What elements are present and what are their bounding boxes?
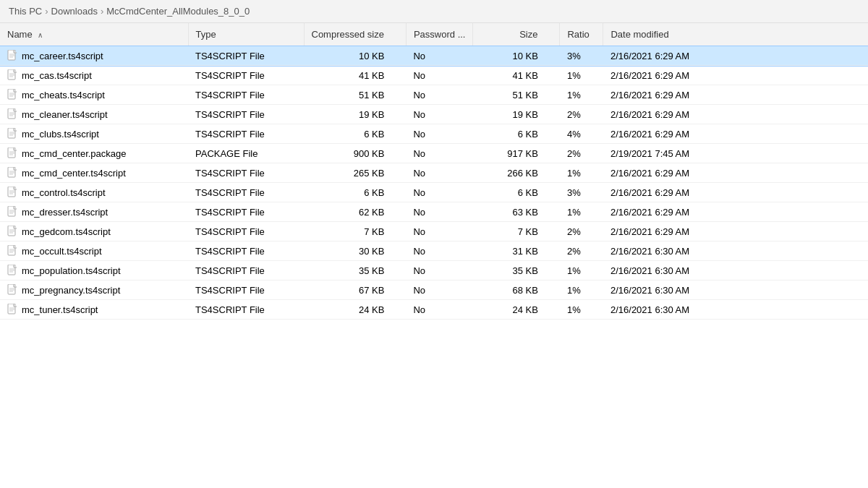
file-icon [7, 89, 17, 100]
file-compressed-size-cell: 6 KB [304, 124, 406, 144]
file-compressed-size-cell: 67 KB [304, 281, 406, 300]
file-compressed-size-cell: 7 KB [304, 222, 406, 241]
table-row[interactable]: mc_cheats.ts4script TS4SCRIPT File51 KBN… [0, 85, 868, 105]
file-type-cell: TS4SCRIPT File [188, 300, 304, 320]
file-icon [7, 167, 17, 179]
file-name-text: mc_pregnancy.ts4script [22, 285, 120, 296]
file-size-cell: 68 KB [473, 281, 560, 300]
table-row[interactable]: mc_pregnancy.ts4script TS4SCRIPT File67 … [0, 281, 868, 300]
breadcrumb-sep-2: › [101, 6, 103, 17]
file-date-cell: 2/16/2021 6:29 AM [603, 46, 868, 66]
file-name-text: mc_clubs.ts4script [22, 129, 99, 140]
file-icon [7, 304, 17, 315]
breadcrumb-downloads[interactable]: Downloads [51, 6, 98, 17]
file-password-cell: No [406, 183, 473, 202]
table-row[interactable]: mc_cas.ts4script TS4SCRIPT File41 KBNo41… [0, 66, 868, 85]
file-name-cell: mc_population.ts4script [0, 261, 188, 281]
file-ratio-cell: 2% [560, 222, 603, 241]
file-size-cell: 7 KB [473, 222, 560, 241]
table-row[interactable]: mc_tuner.ts4script TS4SCRIPT File24 KBNo… [0, 300, 868, 320]
file-ratio-cell: 1% [560, 85, 603, 105]
file-name-cell: mc_pregnancy.ts4script [0, 281, 188, 300]
file-compressed-size-cell: 6 KB [304, 183, 406, 202]
column-header-size[interactable]: Size [473, 23, 560, 46]
sort-arrow-name: ∧ [38, 31, 43, 39]
file-compressed-size-cell: 51 KB [304, 85, 406, 105]
table-row[interactable]: mc_career.ts4script TS4SCRIPT File10 KBN… [0, 46, 868, 66]
file-ratio-cell: 1% [560, 281, 603, 300]
file-date-cell: 2/16/2021 6:29 AM [603, 124, 868, 144]
file-password-cell: No [406, 144, 473, 163]
table-row[interactable]: mc_occult.ts4script TS4SCRIPT File30 KBN… [0, 241, 868, 261]
file-name-text: mc_control.ts4script [22, 187, 106, 198]
table-row[interactable]: mc_population.ts4script TS4SCRIPT File35… [0, 261, 868, 281]
file-date-cell: 2/19/2021 7:45 AM [603, 144, 868, 163]
file-size-cell: 24 KB [473, 300, 560, 320]
file-icon [7, 226, 17, 237]
column-header-name[interactable]: Name ∧ [0, 23, 188, 46]
file-password-cell: No [406, 124, 473, 144]
table-row[interactable]: mc_cmd_center.ts4script TS4SCRIPT File26… [0, 163, 868, 183]
file-name-text: mc_cheats.ts4script [22, 90, 105, 100]
column-header-password[interactable]: Password ... [406, 23, 473, 46]
file-type-cell: TS4SCRIPT File [188, 66, 304, 85]
table-row[interactable]: mc_cleaner.ts4script TS4SCRIPT File19 KB… [0, 105, 868, 124]
file-ratio-cell: 3% [560, 46, 603, 66]
file-compressed-size-cell: 35 KB [304, 261, 406, 281]
file-ratio-cell: 3% [560, 183, 603, 202]
file-type-cell: TS4SCRIPT File [188, 281, 304, 300]
table-row[interactable]: mc_control.ts4script TS4SCRIPT File6 KBN… [0, 183, 868, 202]
file-ratio-cell: 1% [560, 202, 603, 222]
breadcrumb-sep-1: › [45, 6, 48, 17]
file-icon [7, 128, 17, 140]
file-name-cell: mc_gedcom.ts4script [0, 222, 188, 241]
file-icon [7, 187, 17, 198]
table-row[interactable]: mc_clubs.ts4script TS4SCRIPT File6 KBNo6… [0, 124, 868, 144]
file-type-cell: TS4SCRIPT File [188, 85, 304, 105]
file-type-cell: TS4SCRIPT File [188, 222, 304, 241]
file-type-cell: TS4SCRIPT File [188, 163, 304, 183]
file-size-cell: 35 KB [473, 261, 560, 281]
table-row[interactable]: mc_gedcom.ts4script TS4SCRIPT File7 KBNo… [0, 222, 868, 241]
file-password-cell: No [406, 66, 473, 85]
file-password-cell: No [406, 85, 473, 105]
file-ratio-cell: 1% [560, 66, 603, 85]
column-header-compressed-size[interactable]: Compressed size [304, 23, 406, 46]
file-name-text: mc_dresser.ts4script [22, 207, 108, 218]
file-size-cell: 266 KB [473, 163, 560, 183]
file-name-text: mc_occult.ts4script [22, 246, 102, 257]
file-password-cell: No [406, 300, 473, 320]
file-ratio-cell: 2% [560, 105, 603, 124]
file-password-cell: No [406, 163, 473, 183]
file-compressed-size-cell: 41 KB [304, 66, 406, 85]
file-name-cell: mc_control.ts4script [0, 183, 188, 202]
breadcrumb-thispc[interactable]: This PC [9, 6, 42, 17]
column-header-ratio[interactable]: Ratio [560, 23, 603, 46]
table-row[interactable]: mc_cmd_center.package PACKAGE File900 KB… [0, 144, 868, 163]
file-size-cell: 6 KB [473, 183, 560, 202]
file-compressed-size-cell: 19 KB [304, 105, 406, 124]
table-row[interactable]: mc_dresser.ts4script TS4SCRIPT File62 KB… [0, 202, 868, 222]
file-ratio-cell: 2% [560, 144, 603, 163]
file-date-cell: 2/16/2021 6:29 AM [603, 202, 868, 222]
breadcrumb-folder[interactable]: McCmdCenter_AllModules_8_0_0 [106, 6, 250, 17]
file-size-cell: 917 KB [473, 144, 560, 163]
file-type-cell: TS4SCRIPT File [188, 183, 304, 202]
file-ratio-cell: 1% [560, 163, 603, 183]
column-header-date-modified[interactable]: Date modified [603, 23, 868, 46]
file-name-cell: mc_cas.ts4script [0, 66, 188, 85]
file-size-cell: 41 KB [473, 66, 560, 85]
file-name-cell: mc_career.ts4script [0, 46, 188, 66]
file-size-cell: 19 KB [473, 105, 560, 124]
file-type-cell: TS4SCRIPT File [188, 241, 304, 261]
file-date-cell: 2/16/2021 6:29 AM [603, 163, 868, 183]
file-date-cell: 2/16/2021 6:30 AM [603, 261, 868, 281]
file-name-cell: mc_cheats.ts4script [0, 85, 188, 105]
file-name-text: mc_population.ts4script [22, 265, 121, 276]
file-compressed-size-cell: 265 KB [304, 163, 406, 183]
file-name-cell: mc_cleaner.ts4script [0, 105, 188, 124]
file-type-cell: PACKAGE File [188, 144, 304, 163]
file-size-cell: 31 KB [473, 241, 560, 261]
column-header-type[interactable]: Type [188, 23, 304, 46]
file-name-text: mc_gedcom.ts4script [22, 226, 111, 237]
